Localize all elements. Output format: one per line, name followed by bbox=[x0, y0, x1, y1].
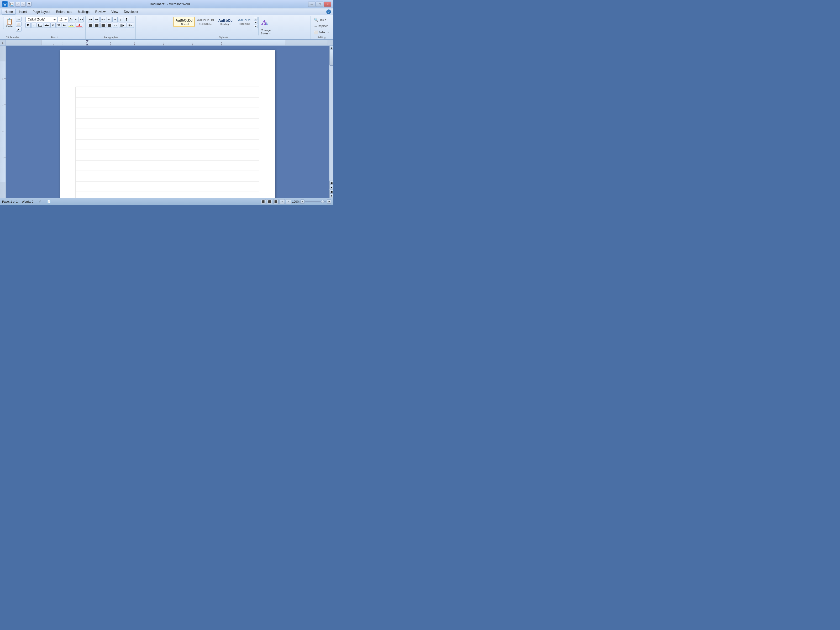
line-spacing-button[interactable]: ↕▼ bbox=[113, 22, 118, 28]
close-button[interactable]: ✕ bbox=[324, 2, 331, 7]
font-size-decrease[interactable]: A- bbox=[74, 17, 79, 22]
ruler-tab-marker[interactable]: L bbox=[0, 40, 6, 46]
show-hide-button[interactable]: ¶ bbox=[124, 17, 129, 22]
change-styles-label-row[interactable]: Change bbox=[261, 28, 271, 32]
outline-button[interactable]: ≡ bbox=[279, 199, 285, 204]
table-cell[interactable] bbox=[76, 87, 259, 97]
menu-review[interactable]: Review bbox=[93, 9, 108, 14]
italic-button[interactable]: I bbox=[31, 22, 36, 28]
superscript-button[interactable]: X2 bbox=[56, 22, 62, 28]
numbering-button[interactable]: ≡▼ bbox=[94, 17, 100, 22]
clear-formatting-button[interactable]: Aa bbox=[79, 17, 84, 22]
zoom-plus-button[interactable]: + bbox=[327, 199, 331, 204]
bold-button[interactable]: B bbox=[25, 22, 31, 28]
menu-developer[interactable]: Developer bbox=[121, 9, 141, 14]
scroll-down-button[interactable]: ▼ bbox=[330, 194, 333, 198]
copy-button[interactable]: ⬜ bbox=[16, 22, 22, 27]
font-case-button[interactable]: Aa bbox=[62, 22, 67, 28]
table-cell[interactable] bbox=[76, 108, 259, 118]
font-size-increase[interactable]: A+ bbox=[68, 17, 73, 22]
table-cell[interactable] bbox=[76, 160, 259, 171]
table-row[interactable] bbox=[76, 118, 259, 129]
full-screen-button[interactable]: ⬛ bbox=[267, 199, 272, 204]
redo-button[interactable]: ↪ bbox=[21, 2, 26, 6]
table-row[interactable] bbox=[76, 129, 259, 139]
menu-insert[interactable]: Insert bbox=[16, 9, 29, 14]
table-cell[interactable] bbox=[76, 150, 259, 160]
find-button[interactable]: 🔍 Find ▼ bbox=[313, 17, 328, 22]
scroll-track[interactable] bbox=[330, 50, 333, 181]
table-cell[interactable] bbox=[76, 97, 259, 108]
help-button[interactable]: ? bbox=[325, 9, 332, 14]
strikethrough-button[interactable]: abc bbox=[44, 22, 50, 28]
multilevel-list-button[interactable]: ≡▼ bbox=[100, 17, 106, 22]
scroll-up-button[interactable]: ▲ bbox=[330, 46, 333, 50]
draft-button[interactable]: ≡ bbox=[286, 199, 291, 204]
styles-more[interactable]: ▼ bbox=[254, 25, 258, 28]
align-right-button[interactable]: ⬛ bbox=[100, 22, 106, 28]
print-layout-button[interactable]: ⬛ bbox=[261, 199, 266, 204]
zoom-slider[interactable] bbox=[305, 201, 326, 202]
menu-page-layout[interactable]: Page Layout bbox=[30, 9, 53, 14]
table-row[interactable] bbox=[76, 108, 259, 118]
table-cell[interactable] bbox=[76, 129, 259, 139]
align-center-button[interactable]: ⬛ bbox=[94, 22, 100, 28]
document-area[interactable] bbox=[6, 46, 329, 198]
menu-mailings[interactable]: Mailings bbox=[75, 9, 92, 14]
spellcheck-icon[interactable]: ✔ bbox=[38, 199, 42, 204]
decrease-indent-button[interactable]: ← bbox=[107, 17, 112, 22]
zoom-slider-thumb[interactable] bbox=[321, 200, 324, 203]
format-painter-button[interactable]: 🖌 bbox=[16, 27, 22, 32]
table-row[interactable] bbox=[76, 192, 259, 198]
table-row[interactable] bbox=[76, 139, 259, 150]
sort-button[interactable]: ↕ bbox=[118, 17, 123, 22]
subscript-button[interactable]: X2 bbox=[51, 22, 56, 28]
next-page-button[interactable]: ◉ bbox=[330, 189, 333, 194]
underline-button[interactable]: U ▼ bbox=[37, 22, 43, 28]
web-layout-button[interactable]: ⬛ bbox=[273, 199, 278, 204]
styles-scroll-up[interactable]: ▲ bbox=[254, 17, 258, 21]
bullets-button[interactable]: ≡▼ bbox=[88, 17, 93, 22]
table-row[interactable] bbox=[76, 150, 259, 160]
paragraph-expand[interactable]: ⧉ bbox=[116, 36, 118, 39]
style-no-spacing[interactable]: AaBbCcDd ↑ No Spaci... bbox=[195, 17, 216, 27]
select-button[interactable]: ⬜ Select ▼ bbox=[313, 29, 330, 35]
table-row[interactable] bbox=[76, 160, 259, 171]
style-heading2[interactable]: AaBbCc Heading 2 bbox=[235, 17, 254, 27]
clipboard-expand[interactable]: ⧉ bbox=[17, 36, 19, 39]
zoom-minus-button[interactable]: − bbox=[300, 199, 305, 204]
menu-home[interactable]: Home bbox=[2, 9, 16, 15]
undo-button[interactable]: ↩ bbox=[15, 2, 20, 6]
font-expand[interactable]: ⧉ bbox=[57, 36, 58, 39]
table-cell[interactable] bbox=[76, 192, 259, 198]
styles-expand[interactable]: ⧉ bbox=[226, 36, 228, 39]
font-color-button[interactable]: A bbox=[76, 22, 83, 28]
table-row[interactable] bbox=[76, 171, 259, 182]
style-normal[interactable]: AaBbCcDd ↑ Normal bbox=[174, 17, 194, 27]
justify-button[interactable]: ⬛ bbox=[107, 22, 112, 28]
table-row[interactable] bbox=[76, 87, 259, 97]
text-highlight-button[interactable]: ab bbox=[68, 22, 75, 28]
table-cell[interactable] bbox=[76, 139, 259, 150]
change-styles-label-row2[interactable]: Styles ▼ bbox=[261, 32, 271, 35]
menu-references[interactable]: References bbox=[53, 9, 74, 14]
table-row[interactable] bbox=[76, 182, 259, 192]
borders-button[interactable]: ⊞▼ bbox=[126, 22, 134, 28]
table-row[interactable] bbox=[76, 97, 259, 108]
increase-indent-button[interactable]: → bbox=[112, 17, 118, 22]
table-cell[interactable] bbox=[76, 171, 259, 182]
table-cell[interactable] bbox=[76, 182, 259, 192]
document-page[interactable] bbox=[60, 50, 275, 198]
maximize-button[interactable]: □ bbox=[316, 2, 324, 7]
font-size-select[interactable]: 11 bbox=[57, 17, 68, 22]
styles-scroll-down[interactable]: ▼ bbox=[254, 21, 258, 24]
shading-button[interactable]: ▥▼ bbox=[118, 22, 126, 28]
minimize-button[interactable]: — bbox=[308, 2, 316, 7]
document-table[interactable] bbox=[76, 87, 259, 198]
select-browse-button[interactable]: ● bbox=[330, 185, 333, 189]
table-cell[interactable] bbox=[76, 118, 259, 129]
scroll-thumb[interactable] bbox=[330, 50, 333, 66]
align-left-button[interactable]: ⬛ bbox=[88, 22, 93, 28]
save-button[interactable]: 💾 bbox=[9, 2, 14, 6]
menu-view[interactable]: View bbox=[109, 9, 121, 14]
